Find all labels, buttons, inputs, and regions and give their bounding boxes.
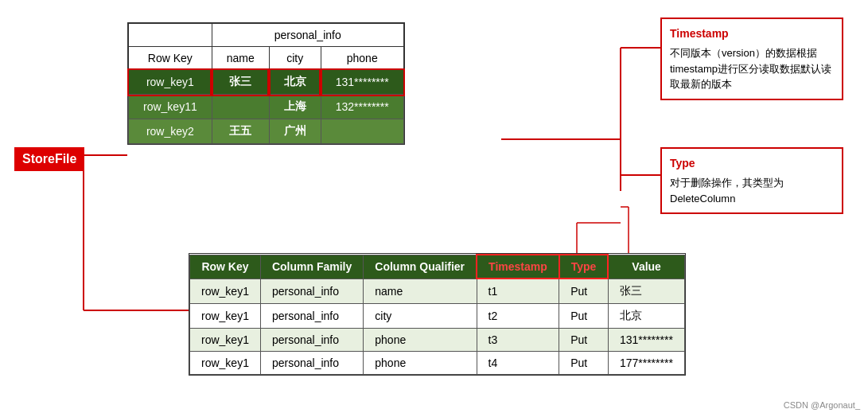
cell-rowkey: row_key1 <box>190 351 261 374</box>
table-row: row_key1 personal_info city t2 Put 北京 <box>190 303 685 328</box>
top-table: personal_info Row Key name city phone ro… <box>128 23 404 144</box>
cell-column-family: personal_info <box>260 351 363 374</box>
empty-cell <box>129 24 212 47</box>
cell-city: 广州 <box>269 119 321 144</box>
table-row: row_key1 张三 北京 131******** <box>129 70 404 95</box>
type-annotation: Type 对于删除操作，其类型为DeleteColumn <box>660 147 843 214</box>
storefile-label: StoreFile <box>14 147 84 171</box>
timestamp-annotation: Timestamp 不同版本（version）的数据根据timestamp进行区… <box>660 18 843 100</box>
col-header-name: name <box>212 47 269 70</box>
type-annotation-text: 对于删除操作，其类型为DeleteColumn <box>670 175 834 206</box>
bottom-table: Row Key Column Family Column Qualifier T… <box>189 254 685 375</box>
cell-column-qualifier: phone <box>364 328 477 351</box>
cell-rowkey: row_key11 <box>129 95 212 119</box>
col-header-phone: phone <box>321 47 403 70</box>
timestamp-annotation-text: 不同版本（version）的数据根据timestamp进行区分读取数据默认读取最… <box>670 45 834 92</box>
table-row: row_key1 personal_info phone t4 Put 177*… <box>190 351 685 374</box>
cell-name: 王五 <box>212 119 269 144</box>
personal-info-header: personal_info <box>212 24 403 47</box>
table-row: row_key1 personal_info name t1 Put 张三 <box>190 279 685 303</box>
cell-column-family: personal_info <box>260 279 363 303</box>
cell-city: 北京 <box>269 70 321 95</box>
watermark: CSDN @Argonaut_ <box>784 400 860 410</box>
col-header-timestamp: Timestamp <box>477 255 559 279</box>
cell-timestamp: t1 <box>477 279 559 303</box>
cell-type: Put <box>559 303 609 328</box>
col-header-city: city <box>269 47 321 70</box>
cell-column-qualifier: city <box>364 303 477 328</box>
cell-column-qualifier: name <box>364 279 477 303</box>
cell-rowkey: row_key2 <box>129 119 212 144</box>
cell-value: 张三 <box>608 279 684 303</box>
type-annotation-title: Type <box>670 155 834 172</box>
table-row: personal_info <box>129 24 404 47</box>
cell-rowkey: row_key1 <box>190 279 261 303</box>
cell-type: Put <box>559 279 609 303</box>
cell-phone <box>321 119 403 144</box>
cell-type: Put <box>559 351 609 374</box>
main-container: StoreFile personal_info Row Key name cit… <box>0 0 868 413</box>
cell-timestamp: t4 <box>477 351 559 374</box>
col-header-column-family: Column Family <box>260 255 363 279</box>
cell-name: 张三 <box>212 70 269 95</box>
timestamp-annotation-title: Timestamp <box>670 25 834 42</box>
table-row: Row Key name city phone <box>129 47 404 70</box>
cell-city: 上海 <box>269 95 321 119</box>
cell-phone: 132******** <box>321 95 403 119</box>
table-row: row_key2 王五 广州 <box>129 119 404 144</box>
cell-phone: 131******** <box>321 70 403 95</box>
table-header-row: Row Key Column Family Column Qualifier T… <box>190 255 685 279</box>
col-header-rowkey: Row Key <box>190 255 261 279</box>
cell-column-family: personal_info <box>260 303 363 328</box>
col-header-value: Value <box>608 255 684 279</box>
cell-rowkey: row_key1 <box>129 70 212 95</box>
cell-column-qualifier: phone <box>364 351 477 374</box>
bottom-table-wrapper: Row Key Column Family Column Qualifier T… <box>189 253 686 376</box>
cell-column-family: personal_info <box>260 328 363 351</box>
col-header-column-qualifier: Column Qualifier <box>364 255 477 279</box>
table-row: row_key1 personal_info phone t3 Put 131*… <box>190 328 685 351</box>
cell-value: 北京 <box>608 303 684 328</box>
cell-rowkey: row_key1 <box>190 303 261 328</box>
col-header-type: Type <box>559 255 609 279</box>
cell-value: 177******** <box>608 351 684 374</box>
table-row: row_key11 上海 132******** <box>129 95 404 119</box>
cell-value: 131******** <box>608 328 684 351</box>
col-header-rowkey: Row Key <box>129 47 212 70</box>
cell-name <box>212 95 269 119</box>
cell-timestamp: t2 <box>477 303 559 328</box>
cell-type: Put <box>559 328 609 351</box>
top-table-wrapper: personal_info Row Key name city phone ro… <box>127 22 405 145</box>
cell-rowkey: row_key1 <box>190 328 261 351</box>
cell-timestamp: t3 <box>477 328 559 351</box>
